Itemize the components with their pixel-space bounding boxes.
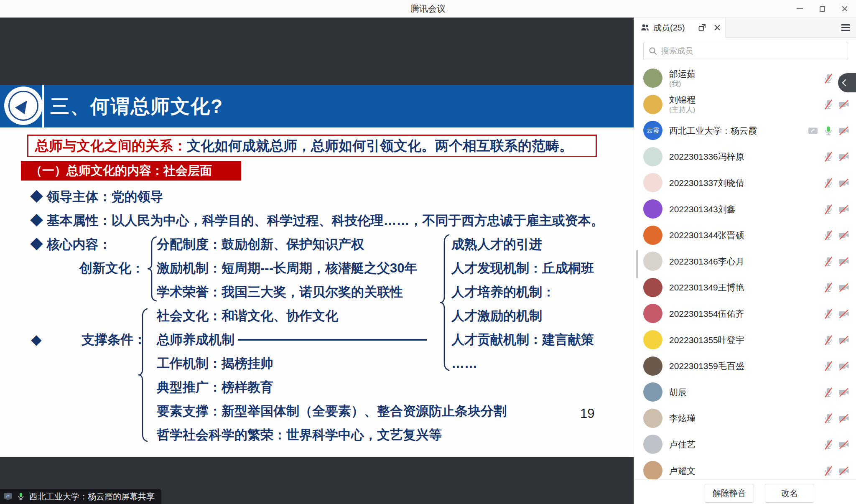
- slide-tree-left-row: 社会文化：和谐文化、协作文化: [157, 307, 338, 325]
- unmute-button[interactable]: 解除静音: [705, 484, 754, 503]
- member-name: 2022301359毛百盛: [669, 361, 744, 372]
- app-window: 腾讯会议 三、何谓总师文化? 总师与文化之间的关系： 文化如何成就总师，总师如何…: [0, 0, 856, 504]
- mic-icon: [823, 73, 834, 84]
- mic-icon: [823, 125, 834, 137]
- member-avatar: [643, 226, 662, 245]
- mic-icon: [823, 308, 834, 320]
- member-row[interactable]: 卢耀文: [634, 458, 856, 479]
- member-row[interactable]: 刘锦程 (主持人): [634, 92, 856, 118]
- mic-icon: [823, 439, 834, 451]
- member-row[interactable]: 2022301337刘晓倩: [634, 170, 856, 196]
- member-name: 2022301346李心月: [669, 256, 744, 267]
- member-avatar: [643, 304, 662, 323]
- member-name: 2022301344张晋硕: [669, 230, 744, 241]
- member-row[interactable]: 2022301349王博艳: [634, 275, 856, 301]
- member-name: 2022301355叶登宇: [669, 335, 744, 346]
- member-avatar: [643, 173, 662, 192]
- mic-icon: [823, 465, 834, 477]
- window-controls: [793, 0, 853, 18]
- core-content-label: ◆ 核心内容：: [30, 236, 112, 253]
- brace-support: [137, 308, 149, 442]
- member-avatar: [643, 356, 662, 376]
- member-role: (我): [669, 79, 696, 89]
- scrollbar-thumb[interactable]: [636, 250, 638, 278]
- member-row[interactable]: 2022301346李心月: [634, 248, 856, 275]
- mic-icon: [823, 177, 834, 189]
- relation-body: 文化如何成就总师，总师如何引领文化。两个相互联系的范畴。: [187, 137, 573, 155]
- panel-footer: 解除静音 改名: [634, 479, 856, 504]
- mic-icon: [823, 387, 834, 398]
- camera-icon: [838, 151, 850, 163]
- member-name: 卢耀文: [669, 466, 696, 476]
- support-diamond: ◆: [31, 331, 41, 349]
- slide-tree-left-row: 学术荣誉：我国三大奖，诺贝尔奖的关联性: [157, 283, 403, 301]
- member-row[interactable]: 2022301359毛百盛: [634, 353, 856, 379]
- panel-collapse-tab[interactable]: [838, 73, 856, 92]
- bullet-attributes: ◆ 基本属性：以人民为中心，科学目的、科学过程、科技伦理……，不同于西方忠诚于雇…: [30, 212, 604, 229]
- member-name: 李炫瑾: [669, 413, 696, 424]
- mic-icon: [823, 256, 834, 267]
- member-name: 邰运茹: [669, 69, 696, 79]
- member-row[interactable]: 邰运茹 (我): [634, 65, 856, 92]
- restore-button[interactable]: [816, 3, 828, 15]
- member-avatar: [643, 95, 662, 114]
- member-avatar: [643, 69, 662, 88]
- member-name: 西北工业大学：杨云霞: [669, 125, 757, 136]
- minimize-button[interactable]: [793, 3, 806, 15]
- member-row[interactable]: 2022301336冯梓原: [634, 144, 856, 170]
- mic-icon: [823, 282, 834, 293]
- share-screen-icon: [3, 492, 13, 501]
- member-row[interactable]: 2022301344张晋硕: [634, 222, 856, 249]
- slide-tree-right-row: 人才培养的机制：: [451, 283, 555, 301]
- camera-icon: [838, 387, 850, 398]
- slide-tree-left-row: 激励机制：短周期---长周期，核潜艇之父30年: [157, 260, 417, 277]
- camera-icon: [838, 256, 850, 267]
- relation-box: 总师与文化之间的关系： 文化如何成就总师，总师如何引领文化。两个相互联系的范畴。: [27, 135, 597, 157]
- member-name: 2022301354伍佑齐: [669, 308, 744, 319]
- camera-icon: [838, 282, 850, 293]
- slide-title: 三、何谓总师文化?: [50, 85, 223, 127]
- member-avatar: [643, 409, 662, 428]
- slide-tree-left-row: 工作机制：揭榜挂帅: [157, 355, 273, 372]
- member-role: (主持人): [669, 105, 696, 115]
- connector-line: [238, 339, 427, 341]
- camera-icon: [838, 465, 850, 477]
- innovation-culture-label: 创新文化：: [79, 260, 144, 277]
- brace-talent: [439, 234, 451, 371]
- member-name: 2022301337刘晓倩: [669, 178, 744, 188]
- member-row[interactable]: 云霞 西北工业大学：杨云霞: [634, 117, 856, 144]
- camera-icon: [838, 229, 850, 241]
- member-avatar: [643, 278, 662, 297]
- university-logo: [4, 87, 43, 125]
- title-bar: 腾讯会议: [0, 0, 856, 18]
- member-row[interactable]: 2022301354伍佑齐: [634, 300, 856, 327]
- member-row[interactable]: 胡辰: [634, 379, 856, 405]
- slide-tree-right-row: 人才发现机制：丘成桐班: [451, 260, 594, 277]
- member-name: 胡辰: [669, 387, 687, 398]
- share-status-text: 西北工业大学：杨云霞的屏幕共享: [29, 491, 155, 502]
- member-avatar: [643, 435, 662, 454]
- member-row[interactable]: 李炫瑾: [634, 405, 856, 432]
- camera-icon: [838, 360, 850, 372]
- slide-tree-left-row: 分配制度：鼓励创新、保护知识产权: [157, 236, 364, 253]
- camera-icon: [838, 308, 850, 320]
- chevron-left-icon: [842, 79, 849, 87]
- member-list: 邰运茹 (我) 刘锦程 (主持人): [634, 18, 856, 479]
- member-row[interactable]: 2022301343刘鑫: [634, 196, 856, 222]
- rename-button[interactable]: 改名: [765, 484, 814, 503]
- relation-lead: 总师与文化之间的关系：: [35, 137, 187, 155]
- share-status-pill: 西北工业大学：杨云霞的屏幕共享: [0, 489, 161, 504]
- close-button[interactable]: [838, 3, 851, 15]
- section-title-box: （一）总师文化的内容：社会层面: [21, 161, 241, 181]
- member-avatar: [643, 382, 662, 402]
- active-mic-icon: [16, 492, 25, 501]
- screen-share-stage: 三、何谓总师文化? 总师与文化之间的关系： 文化如何成就总师，总师如何引领文化。…: [0, 18, 634, 504]
- slide-tree-left-row: 典型推广：榜样教育: [157, 379, 273, 396]
- camera-icon: [838, 412, 850, 424]
- mic-icon: [823, 229, 834, 241]
- member-name: 刘锦程: [669, 94, 696, 105]
- mic-icon: [823, 360, 834, 372]
- bullet-leadership: ◆ 领导主体：党的领导: [30, 188, 163, 206]
- member-row[interactable]: 2022301355叶登宇: [634, 327, 856, 353]
- member-row[interactable]: 卢佳艺: [634, 431, 856, 458]
